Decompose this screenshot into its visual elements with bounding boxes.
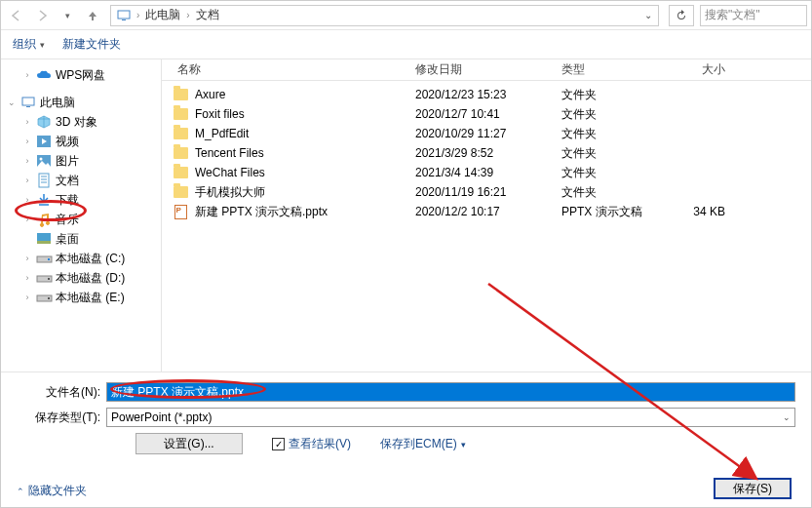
- cell-type: 文件夹: [556, 165, 663, 181]
- crumb-docs[interactable]: 文档: [196, 7, 219, 23]
- chevron-up-icon: ⌃: [17, 487, 24, 496]
- monitor-icon: [117, 9, 131, 22]
- sidebar-item-downloads[interactable]: ›下载: [1, 190, 161, 210]
- monitor-icon: [20, 95, 36, 110]
- svg-rect-1: [122, 20, 126, 20]
- sidebar-item-diskc[interactable]: ›本地磁盘 (C:): [1, 249, 161, 268]
- save-button[interactable]: 保存(S): [714, 478, 792, 499]
- cell-type: 文件夹: [556, 106, 663, 123]
- cell-date: 2020/12/2 10:17: [409, 205, 556, 218]
- hide-folders-toggle[interactable]: ⌃隐藏文件夹: [17, 483, 87, 499]
- svg-rect-13: [37, 241, 51, 244]
- table-row[interactable]: Tencent Files2021/3/29 8:52文件夹: [162, 143, 811, 163]
- expand-icon[interactable]: ›: [22, 176, 32, 185]
- sidebar-item-wps[interactable]: ›WPS网盘: [1, 65, 161, 85]
- folder-icon: [172, 167, 189, 178]
- filename-input[interactable]: [106, 382, 795, 402]
- image-icon: [36, 153, 52, 169]
- sidebar-item-diskd[interactable]: ›本地磁盘 (D:): [1, 268, 161, 288]
- sidebar-item-videos[interactable]: ›视频: [1, 132, 161, 151]
- folder-icon: [172, 128, 189, 139]
- expand-icon[interactable]: ›: [22, 117, 32, 127]
- new-folder-button[interactable]: 新建文件夹: [62, 36, 121, 53]
- cell-type: 文件夹: [556, 145, 663, 162]
- list-header[interactable]: 名称 修改日期 类型 大小: [162, 59, 811, 81]
- cell-date: 2020/11/19 16:21: [409, 185, 556, 199]
- recent-dropdown[interactable]: ▾: [56, 4, 79, 27]
- cell-type: 文件夹: [556, 87, 663, 103]
- expand-icon[interactable]: ›: [22, 137, 32, 146]
- video-icon: [36, 134, 52, 149]
- cell-name: 新建 PPTX 演示文稿.pptx: [189, 204, 409, 220]
- collapse-icon[interactable]: ⌄: [7, 98, 17, 107]
- cell-name: M_PdfEdit: [189, 127, 409, 140]
- table-row[interactable]: Foxit files2020/12/7 10:41文件夹: [162, 104, 811, 124]
- table-row[interactable]: WeChat Files2021/3/4 14:39文件夹: [162, 163, 811, 182]
- expand-icon[interactable]: ›: [22, 156, 32, 166]
- filename-label: 文件名(N):: [17, 384, 106, 401]
- breadcrumb-dropdown[interactable]: ⌄: [644, 10, 652, 20]
- filetype-select[interactable]: PowerPoint (*.pptx) ⌄: [106, 408, 795, 427]
- svg-rect-2: [22, 98, 34, 105]
- desktop-icon: [36, 231, 52, 247]
- save-ecm-menu[interactable]: 保存到ECM(E): [380, 436, 466, 452]
- cell-name: Foxit files: [189, 107, 409, 121]
- sidebar-item-docs[interactable]: ›文档: [1, 171, 161, 190]
- pptx-icon: [172, 205, 189, 219]
- sidebar-item-3d[interactable]: ›3D 对象: [1, 112, 161, 132]
- up-button[interactable]: [81, 4, 104, 27]
- file-list: 名称 修改日期 类型 大小 Axure2020/12/23 15:23文件夹Fo…: [162, 59, 811, 371]
- forward-button[interactable]: [30, 4, 54, 27]
- sidebar-item-music[interactable]: ›音乐: [1, 210, 161, 229]
- organize-menu[interactable]: 组织: [13, 36, 45, 53]
- svg-rect-19: [48, 297, 50, 299]
- refresh-button[interactable]: [669, 5, 694, 26]
- breadcrumb[interactable]: › 此电脑 › 文档 ⌄: [110, 5, 659, 26]
- chevron-right-icon: ›: [135, 10, 141, 20]
- expand-icon[interactable]: ›: [22, 254, 32, 263]
- cell-date: 2020/12/23 15:23: [409, 88, 556, 101]
- expand-icon[interactable]: ›: [22, 273, 32, 283]
- column-date[interactable]: 修改日期: [409, 61, 556, 78]
- search-placeholder: 搜索"文档": [705, 7, 760, 23]
- cube-icon: [36, 114, 52, 130]
- column-name[interactable]: 名称: [172, 61, 409, 78]
- music-icon: [36, 212, 52, 227]
- expand-icon[interactable]: ›: [22, 215, 32, 224]
- search-input[interactable]: 搜索"文档": [700, 5, 807, 26]
- sidebar-item-pictures[interactable]: ›图片: [1, 151, 161, 171]
- svg-rect-3: [26, 106, 30, 107]
- settings-button[interactable]: 设置(G)...: [135, 433, 243, 454]
- expand-icon[interactable]: ›: [22, 293, 32, 302]
- sidebar-item-desktop[interactable]: ›桌面: [1, 229, 161, 249]
- cell-type: 文件夹: [556, 126, 663, 142]
- sidebar-item-thispc[interactable]: ⌄此电脑: [1, 93, 161, 112]
- cell-name: 手机模拟大师: [189, 184, 409, 201]
- table-row[interactable]: 新建 PPTX 演示文稿.pptx2020/12/2 10:17PPTX 演示文…: [162, 202, 811, 221]
- table-row[interactable]: 手机模拟大师2020/11/19 16:21文件夹: [162, 182, 811, 202]
- chevron-right-icon: ›: [184, 10, 191, 20]
- cell-name: WeChat Files: [189, 166, 409, 179]
- column-size[interactable]: 大小: [663, 61, 731, 78]
- expand-icon[interactable]: ›: [22, 195, 32, 205]
- folder-icon: [172, 186, 189, 198]
- svg-rect-0: [118, 11, 130, 19]
- folder-icon: [172, 89, 189, 100]
- folder-icon: [172, 147, 189, 159]
- view-result-checkbox[interactable]: ✓ 查看结果(V): [272, 436, 351, 452]
- chevron-down-icon: ⌄: [783, 412, 791, 422]
- folder-icon: [172, 108, 189, 120]
- cell-date: 2021/3/29 8:52: [409, 146, 556, 160]
- sidebar: ›WPS网盘 ⌄此电脑 ›3D 对象 ›视频 ›图片 ›文档 ›下载 ›音乐 ›…: [1, 59, 162, 371]
- expand-icon[interactable]: ›: [22, 70, 32, 80]
- download-icon: [36, 192, 52, 208]
- table-row[interactable]: Axure2020/12/23 15:23文件夹: [162, 85, 811, 104]
- table-row[interactable]: M_PdfEdit2020/10/29 11:27文件夹: [162, 124, 811, 143]
- svg-point-6: [40, 158, 43, 161]
- cell-date: 2020/10/29 11:27: [409, 127, 556, 140]
- crumb-thispc[interactable]: 此电脑: [145, 7, 180, 23]
- sidebar-item-diske[interactable]: ›本地磁盘 (E:): [1, 288, 161, 307]
- back-button[interactable]: [5, 4, 28, 27]
- cell-type: 文件夹: [556, 184, 663, 201]
- column-type[interactable]: 类型: [556, 61, 663, 78]
